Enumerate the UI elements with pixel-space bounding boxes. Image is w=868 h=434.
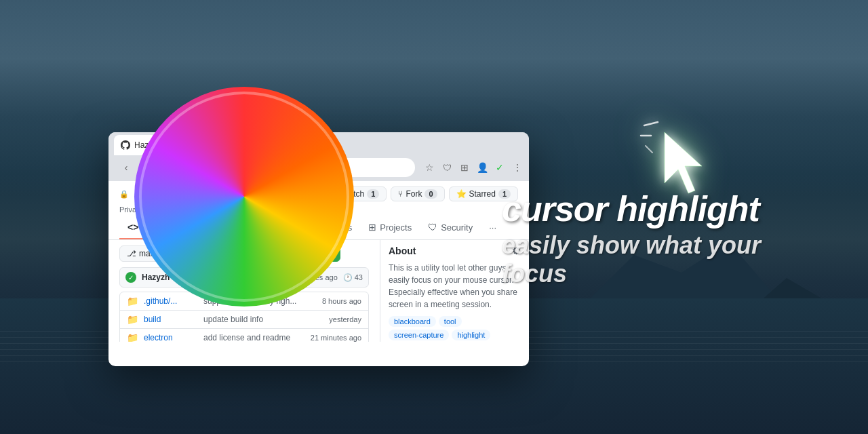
projects-icon: ⊞ xyxy=(368,222,376,233)
table-row: 📁 .github/... support macos only righ...… xyxy=(120,292,368,311)
code-icon: <> xyxy=(127,222,138,233)
file-name[interactable]: build xyxy=(144,315,198,324)
branch-name: main xyxy=(139,249,157,258)
commit-status-check: ✓ xyxy=(125,272,136,283)
nav-projects[interactable]: ⊞ Projects xyxy=(360,216,420,239)
repo-name[interactable]: cursor-highlight xyxy=(186,189,264,200)
nav-code[interactable]: <> Code xyxy=(119,216,172,239)
commit-time: 45 minutes ago xyxy=(287,273,338,281)
file-time: 8 hours ago xyxy=(322,297,361,305)
url-text: github.com/Hazyzh/cursor-highlight xyxy=(204,163,342,173)
watch-button[interactable]: 👁 Unwatch 1 xyxy=(315,186,387,201)
github-content: 🔒 Hazyzh / cursor-highlight 👁 Unwatch 1 … xyxy=(108,181,529,342)
file-time: yesterday xyxy=(329,315,361,323)
svg-line-2 xyxy=(646,146,652,153)
repo-body: ⎇ main ▾ Go to file Add file ▾ ↓ Code ▾ xyxy=(108,240,529,342)
hero-text: cursor highlight easily show what your f… xyxy=(502,190,827,288)
forward-button[interactable]: › xyxy=(138,158,157,177)
fork-label: Fork xyxy=(406,189,422,199)
pr-icon: ⇀ xyxy=(233,222,241,233)
breadcrumb-separator: / xyxy=(177,188,180,200)
nav-buttons: ‹ › ↻ xyxy=(117,158,179,177)
history-icon: 🕐 xyxy=(343,273,353,282)
issues-icon: ⊙ xyxy=(180,222,189,233)
commit-row: ✓ Hazyzh add download li... 45 minutes a… xyxy=(119,267,369,288)
shield-icon[interactable]: 🛡 xyxy=(441,161,453,174)
repo-header: 🔒 Hazyzh / cursor-highlight 👁 Unwatch 1 … xyxy=(108,181,529,204)
more-icon: ··· xyxy=(489,222,496,233)
actions-icon: ▶ xyxy=(313,222,320,233)
nav-code-label: Code xyxy=(142,222,164,233)
code-button[interactable]: ↓ Code ▾ xyxy=(289,245,340,262)
file-time: 21 minutes ago xyxy=(311,334,361,342)
goto-file-button[interactable]: Go to file xyxy=(176,245,226,262)
tab-close-button[interactable]: × xyxy=(236,140,247,151)
nav-pr-label: Pull requests xyxy=(245,222,296,233)
sync-icon[interactable]: ✓ xyxy=(494,161,506,174)
nav-actions[interactable]: ▶ Actions xyxy=(304,216,361,239)
tag-highlight[interactable]: highlight xyxy=(452,330,490,340)
file-message: update build info xyxy=(203,315,323,324)
add-file-label: Add file xyxy=(241,249,268,258)
branch-selector[interactable]: ⎇ main ▾ xyxy=(119,245,171,262)
hero-title: cursor highlight xyxy=(502,190,827,229)
menu-icon[interactable]: ⋮ xyxy=(511,161,524,174)
tags-row: blackboard tool screen-capture highlight… xyxy=(389,316,521,342)
back-button[interactable]: ‹ xyxy=(117,158,136,177)
code-arrow-icon: ↓ xyxy=(298,249,302,258)
file-name[interactable]: .github/... xyxy=(144,296,198,306)
lock-small-icon: 🔒 xyxy=(119,190,129,199)
table-row: 📁 build update build info yesterday xyxy=(120,311,368,329)
file-message: support macos only righ... xyxy=(203,296,317,306)
svg-line-0 xyxy=(644,122,658,125)
tag-blackboard[interactable]: blackboard xyxy=(389,316,436,327)
bookmark-icon[interactable]: ☆ xyxy=(423,161,435,174)
about-title: About xyxy=(389,245,416,256)
extensions-icon[interactable]: ⊞ xyxy=(458,161,471,174)
star-label: Starred xyxy=(469,189,496,199)
nav-issues[interactable]: ⊙ Issues xyxy=(172,216,226,239)
folder-icon: 📁 xyxy=(127,314,138,325)
nav-pull-requests[interactable]: ⇀ Pull requests xyxy=(225,216,304,239)
hero-subtitle: easily show what your focus xyxy=(502,231,827,288)
commit-message: add download li... xyxy=(175,273,281,282)
profile-icon[interactable]: 👤 xyxy=(476,161,488,174)
about-header: About ⚙ xyxy=(389,245,521,256)
repo-actions: 👁 Unwatch 1 ⑂ Fork 0 ⭐ Starred 1 xyxy=(315,186,518,201)
repo-main: ⎇ main ▾ Go to file Add file ▾ ↓ Code ▾ xyxy=(108,240,380,342)
repo-nav: <> Code ⊙ Issues ⇀ Pull requests ▶ Actio… xyxy=(108,216,529,240)
nav-security-label: Security xyxy=(441,222,473,233)
folder-icon: 📁 xyxy=(127,332,138,342)
url-bar[interactable]: 🔒 github.com/Hazyzh/cursor-highlight xyxy=(183,158,415,177)
fork-count: 0 xyxy=(425,189,437,199)
nav-actions-label: Actions xyxy=(323,222,353,233)
watch-count: 1 xyxy=(367,189,379,199)
commit-count: 🕐 43 xyxy=(343,273,363,282)
watch-label: Unwatch xyxy=(333,189,365,199)
nav-more[interactable]: ··· xyxy=(481,216,505,239)
lock-icon: 🔒 xyxy=(190,163,200,172)
file-message: add license and readme xyxy=(203,333,305,342)
reload-button[interactable]: ↻ xyxy=(160,158,179,177)
eye-icon: 👁 xyxy=(322,189,330,199)
browser-tab-active[interactable]: Hazyzh/cursor-highlight: This × xyxy=(114,135,254,155)
add-file-button[interactable]: Add file ▾ xyxy=(232,245,283,262)
nav-security[interactable]: 🛡 Security xyxy=(420,216,481,239)
tag-screen-capture[interactable]: screen-capture xyxy=(389,330,449,340)
about-description: This is a utility tool let other guys ea… xyxy=(389,262,521,311)
new-tab-button[interactable]: + xyxy=(256,136,275,155)
file-name[interactable]: electron xyxy=(144,333,198,342)
tab-title: Hazyzh/cursor-highlight: This xyxy=(134,140,229,150)
star-icon: ⭐ xyxy=(456,189,467,199)
tab-bar: Hazyzh/cursor-highlight: This × + xyxy=(108,132,529,155)
file-table: 📁 .github/... support macos only righ...… xyxy=(119,292,369,342)
code-chevron: ▾ xyxy=(328,249,332,258)
code-btn-label: Code xyxy=(304,249,325,258)
fork-button[interactable]: ⑂ Fork 0 xyxy=(391,186,444,201)
table-row: 📁 electron add license and readme 21 min… xyxy=(120,329,368,342)
repo-owner[interactable]: Hazyzh xyxy=(134,188,172,200)
add-file-chevron: ▾ xyxy=(271,249,275,258)
tag-tool[interactable]: tool xyxy=(439,316,462,327)
commit-author[interactable]: Hazyzh xyxy=(142,273,170,282)
branch-bar: ⎇ main ▾ Go to file Add file ▾ ↓ Code ▾ xyxy=(119,245,369,262)
